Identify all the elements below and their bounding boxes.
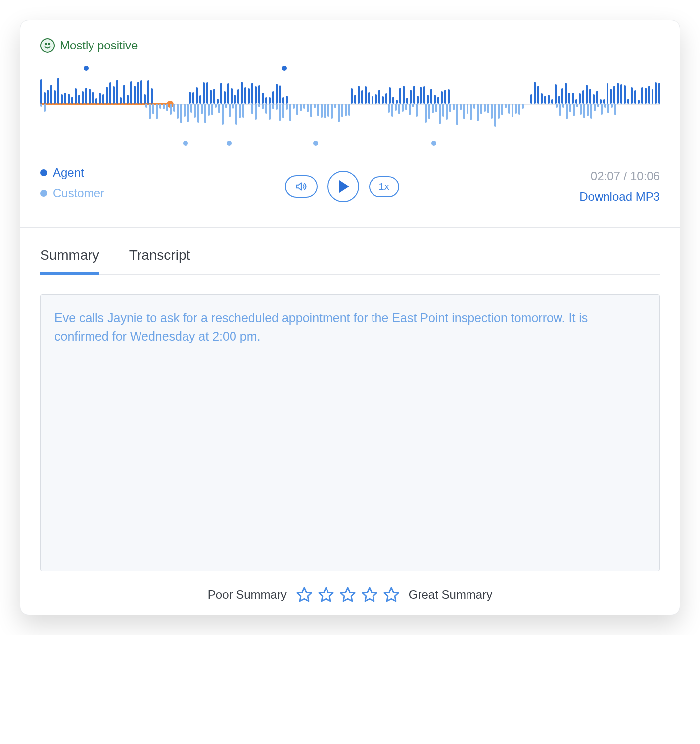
svg-marker-3 bbox=[297, 588, 311, 601]
audio-waveform[interactable] bbox=[40, 62, 660, 151]
svg-marker-5 bbox=[341, 588, 355, 601]
tabs: Summary Transcript bbox=[40, 247, 660, 275]
playback-controls: 1x bbox=[285, 171, 399, 202]
legend-agent-label: Agent bbox=[53, 166, 84, 180]
download-link[interactable]: Download MP3 bbox=[579, 190, 660, 204]
section-divider bbox=[20, 227, 680, 228]
rating-star[interactable] bbox=[339, 586, 356, 603]
legend-agent: Agent bbox=[40, 166, 104, 180]
playback-time: 02:07 / 10:06 bbox=[579, 169, 660, 183]
rating-star[interactable] bbox=[383, 586, 400, 603]
rating-star[interactable] bbox=[361, 586, 378, 603]
player-controls-row: Agent Customer 1x bbox=[40, 166, 660, 207]
call-analysis-card: Mostly positive Agent Customer bbox=[20, 20, 680, 615]
summary-box: Eve calls Jaynie to ask for a reschedule… bbox=[40, 294, 660, 571]
summary-text: Eve calls Jaynie to ask for a reschedule… bbox=[54, 311, 588, 343]
player-meta: 02:07 / 10:06 Download MP3 bbox=[579, 169, 660, 204]
rating-poor-label: Poor Summary bbox=[208, 588, 287, 602]
legend-customer-label: Customer bbox=[53, 186, 104, 200]
play-icon bbox=[339, 180, 349, 193]
smiley-icon bbox=[40, 38, 55, 53]
speaker-legend: Agent Customer bbox=[40, 166, 104, 207]
rating-star[interactable] bbox=[318, 586, 334, 603]
svg-point-1 bbox=[48, 43, 50, 45]
rating-great-label: Great Summary bbox=[409, 588, 492, 602]
waveform-bars bbox=[40, 62, 660, 151]
svg-marker-7 bbox=[384, 588, 398, 601]
duration: 10:06 bbox=[630, 169, 660, 183]
rating-star[interactable] bbox=[296, 586, 313, 603]
dot-icon bbox=[40, 169, 47, 176]
position: 02:07 bbox=[591, 169, 620, 183]
speed-label: 1x bbox=[379, 181, 389, 192]
legend-customer: Customer bbox=[40, 186, 104, 200]
play-button[interactable] bbox=[327, 171, 359, 202]
summary-rating: Poor Summary Great Summary bbox=[40, 586, 660, 603]
tab-transcript[interactable]: Transcript bbox=[129, 247, 190, 274]
sentiment-label: Mostly positive bbox=[60, 39, 138, 52]
svg-marker-6 bbox=[363, 588, 376, 601]
svg-marker-4 bbox=[319, 588, 333, 601]
svg-point-0 bbox=[45, 43, 47, 45]
svg-marker-2 bbox=[296, 183, 301, 190]
volume-button[interactable] bbox=[285, 175, 318, 198]
sentiment-indicator: Mostly positive bbox=[40, 38, 660, 53]
star-row bbox=[296, 586, 400, 603]
dot-icon bbox=[40, 190, 47, 197]
speed-button[interactable]: 1x bbox=[369, 176, 399, 197]
tab-summary[interactable]: Summary bbox=[40, 247, 99, 275]
